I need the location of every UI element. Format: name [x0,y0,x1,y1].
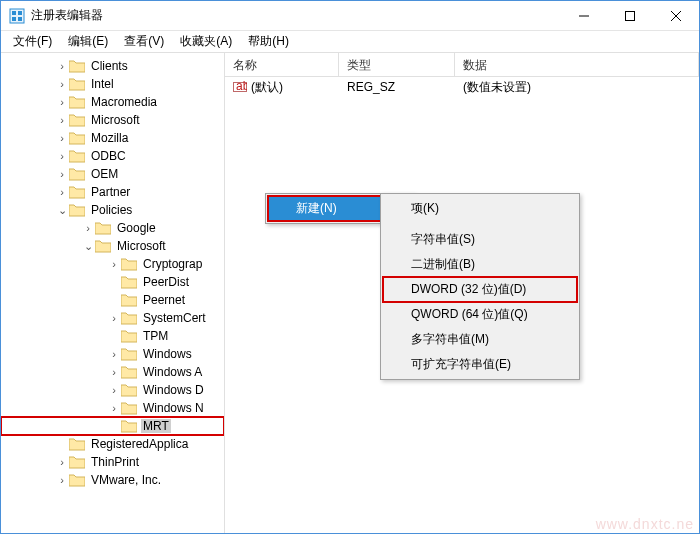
tree-item-cryptograp[interactable]: ›Cryptograp [1,255,224,273]
tree-item-oem[interactable]: ›OEM [1,165,224,183]
tree-item-partner[interactable]: ›Partner [1,183,224,201]
tree-item-vmware[interactable]: ›VMware, Inc. [1,471,224,489]
tree-item-microsoft[interactable]: ›Microsoft [1,111,224,129]
tree-item-systemcert[interactable]: ›SystemCert [1,309,224,327]
body: ›Clients ›Intel ›Macromedia ›Microsoft ›… [1,53,699,533]
collapse-icon[interactable]: ⌄ [81,240,95,253]
tree-pane[interactable]: ›Clients ›Intel ›Macromedia ›Microsoft ›… [1,53,225,533]
list-row-default[interactable]: ab (默认) REG_SZ (数值未设置) [225,77,699,97]
svg-rect-4 [18,17,22,21]
folder-icon [95,239,111,253]
submenu-multistring[interactable]: 多字符串值(M) [383,327,577,352]
expand-icon[interactable]: › [107,258,121,270]
menu-edit[interactable]: 编辑(E) [60,31,116,52]
folder-icon [69,59,85,73]
svg-text:ab: ab [236,80,247,93]
col-type[interactable]: 类型 [339,53,455,76]
expand-icon[interactable]: › [55,114,69,126]
tree-item-mrt[interactable]: MRT [1,417,224,435]
tree-item-odbc[interactable]: ›ODBC [1,147,224,165]
titlebar[interactable]: 注册表编辑器 [1,1,699,31]
menu-label: 新建(N) [296,201,337,215]
expand-icon[interactable]: › [107,348,121,360]
svg-rect-1 [12,11,16,15]
app-icon [9,8,25,24]
value-type: REG_SZ [339,80,455,94]
folder-icon [69,203,85,217]
folder-icon [121,329,137,343]
submenu-string[interactable]: 字符串值(S) [383,227,577,252]
col-data[interactable]: 数据 [455,53,699,76]
expand-icon[interactable]: › [55,168,69,180]
submenu-expandstring[interactable]: 可扩充字符串值(E) [383,352,577,377]
expand-icon[interactable] [55,438,69,450]
value-name: (默认) [251,79,283,96]
collapse-icon[interactable]: ⌄ [55,204,69,217]
expand-icon[interactable]: › [55,150,69,162]
folder-icon [121,293,137,307]
value-data: (数值未设置) [455,79,699,96]
folder-icon [121,257,137,271]
expand-icon[interactable] [107,420,121,432]
expand-icon[interactable]: › [55,78,69,90]
expand-icon[interactable] [107,330,121,342]
expand-icon[interactable]: › [107,384,121,396]
tree-item-policies[interactable]: ⌄Policies [1,201,224,219]
tree-item-tpm[interactable]: TPM [1,327,224,345]
menu-view[interactable]: 查看(V) [116,31,172,52]
tree-item-registeredapplica[interactable]: RegisteredApplica [1,435,224,453]
list-pane[interactable]: 名称 类型 数据 ab (默认) REG_SZ (数值未设置) 新建(N) ▸ [225,53,699,533]
folder-icon [69,455,85,469]
expand-icon[interactable]: › [55,456,69,468]
menu-file[interactable]: 文件(F) [5,31,60,52]
tree-item-mozilla[interactable]: ›Mozilla [1,129,224,147]
maximize-button[interactable] [607,1,653,31]
folder-icon [121,401,137,415]
tree-item-peerdist[interactable]: PeerDist [1,273,224,291]
tree-item-windows-n[interactable]: ›Windows N [1,399,224,417]
menubar: 文件(F) 编辑(E) 查看(V) 收藏夹(A) 帮助(H) [1,31,699,53]
menu-help[interactable]: 帮助(H) [240,31,297,52]
expand-icon[interactable]: › [107,312,121,324]
tree-item-intel[interactable]: ›Intel [1,75,224,93]
folder-icon [69,437,85,451]
submenu-key[interactable]: 项(K) [383,196,577,221]
tree-item-thinprint[interactable]: ›ThinPrint [1,453,224,471]
submenu-dword[interactable]: DWORD (32 位)值(D) [383,277,577,302]
minimize-button[interactable] [561,1,607,31]
tree-item-policies-microsoft[interactable]: ⌄Microsoft [1,237,224,255]
tree-item-windows[interactable]: ›Windows [1,345,224,363]
expand-icon[interactable] [107,294,121,306]
submenu-qword[interactable]: QWORD (64 位)值(Q) [383,302,577,327]
tree-item-clients[interactable]: ›Clients [1,57,224,75]
col-name[interactable]: 名称 [225,53,339,76]
folder-icon [121,383,137,397]
expand-icon[interactable]: › [107,402,121,414]
list-header: 名称 类型 数据 [225,53,699,77]
folder-icon [95,221,111,235]
submenu-binary[interactable]: 二进制值(B) [383,252,577,277]
tree-item-windows-a[interactable]: ›Windows A [1,363,224,381]
expand-icon[interactable]: › [107,366,121,378]
tree-item-macromedia[interactable]: ›Macromedia [1,93,224,111]
svg-rect-3 [12,17,16,21]
menu-favorites[interactable]: 收藏夹(A) [172,31,240,52]
expand-icon[interactable] [107,276,121,288]
tree-item-windows-d[interactable]: ›Windows D [1,381,224,399]
expand-icon[interactable]: › [55,132,69,144]
folder-icon [69,473,85,487]
expand-icon[interactable]: › [81,222,95,234]
expand-icon[interactable]: › [55,60,69,72]
expand-icon[interactable]: › [55,96,69,108]
folder-icon [69,185,85,199]
regedit-window: 注册表编辑器 文件(F) 编辑(E) 查看(V) 收藏夹(A) 帮助(H) ›C… [0,0,700,534]
close-button[interactable] [653,1,699,31]
tree-item-peernet[interactable]: Peernet [1,291,224,309]
expand-icon[interactable]: › [55,186,69,198]
folder-icon [69,77,85,91]
folder-icon [121,419,137,433]
string-value-icon: ab [233,80,247,94]
folder-icon [121,365,137,379]
expand-icon[interactable]: › [55,474,69,486]
tree-item-google[interactable]: ›Google [1,219,224,237]
